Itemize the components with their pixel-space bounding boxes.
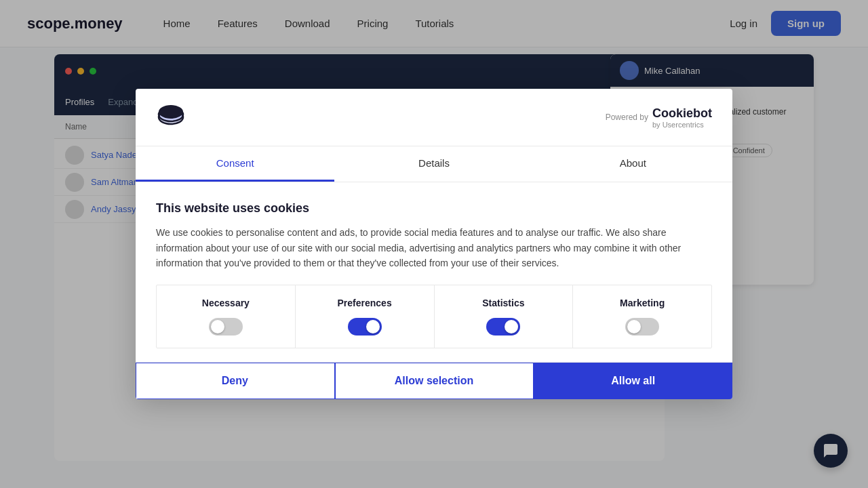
cookiebot-sub: by Usercentrics bbox=[652, 121, 712, 129]
powered-by-text: Powered by bbox=[606, 113, 648, 122]
allow-selection-button[interactable]: Allow selection bbox=[335, 363, 534, 399]
option-marketing: Marketing bbox=[573, 285, 711, 348]
option-necessary: Necessary bbox=[157, 285, 296, 348]
necessary-toggle[interactable] bbox=[209, 318, 243, 336]
dialog-actions: Deny Allow selection Allow all bbox=[136, 362, 732, 399]
statistics-toggle-thumb bbox=[505, 320, 518, 333]
necessary-toggle-thumb bbox=[211, 320, 224, 333]
dialog-tabs: Consent Details About bbox=[136, 146, 732, 182]
option-statistics: Statistics bbox=[435, 285, 574, 348]
dialog-body-text: We use cookies to personalise content an… bbox=[156, 225, 712, 270]
svg-point-4 bbox=[159, 105, 183, 119]
dialog-header: Powered by Cookiebot by Usercentrics bbox=[136, 89, 732, 146]
dialog-title: This website uses cookies bbox=[156, 201, 712, 216]
preferences-toggle[interactable] bbox=[348, 318, 382, 336]
marketing-toggle-track[interactable] bbox=[625, 318, 659, 336]
preferences-toggle-track[interactable] bbox=[348, 318, 382, 336]
tab-consent[interactable]: Consent bbox=[136, 146, 334, 182]
statistics-toggle[interactable] bbox=[486, 318, 520, 336]
dialog-body: This website uses cookies We use cookies… bbox=[136, 182, 732, 361]
deny-button[interactable]: Deny bbox=[136, 363, 335, 399]
preferences-label: Preferences bbox=[338, 298, 392, 308]
marketing-label: Marketing bbox=[620, 298, 665, 308]
option-preferences: Preferences bbox=[296, 285, 435, 348]
marketing-toggle-thumb bbox=[627, 320, 641, 333]
tab-details[interactable]: Details bbox=[334, 146, 533, 182]
cookie-options: Necessary Preferences bbox=[156, 285, 712, 348]
statistics-toggle-track[interactable] bbox=[486, 318, 520, 336]
cookiebot-name: Cookiebot bbox=[652, 106, 712, 121]
necessary-toggle-track[interactable] bbox=[209, 318, 243, 336]
tab-about[interactable]: About bbox=[534, 146, 732, 182]
dialog-logo bbox=[156, 102, 186, 132]
necessary-label: Necessary bbox=[202, 298, 250, 308]
preferences-toggle-thumb bbox=[366, 320, 380, 333]
cookie-consent-dialog: Powered by Cookiebot by Usercentrics Con… bbox=[136, 89, 732, 399]
allow-all-button[interactable]: Allow all bbox=[534, 363, 732, 399]
brand-logo-icon bbox=[156, 102, 186, 132]
cookiebot-branding: Powered by Cookiebot by Usercentrics bbox=[606, 106, 712, 129]
modal-overlay: Powered by Cookiebot by Usercentrics Con… bbox=[0, 0, 868, 488]
statistics-label: Statistics bbox=[482, 298, 524, 308]
marketing-toggle[interactable] bbox=[625, 318, 659, 336]
